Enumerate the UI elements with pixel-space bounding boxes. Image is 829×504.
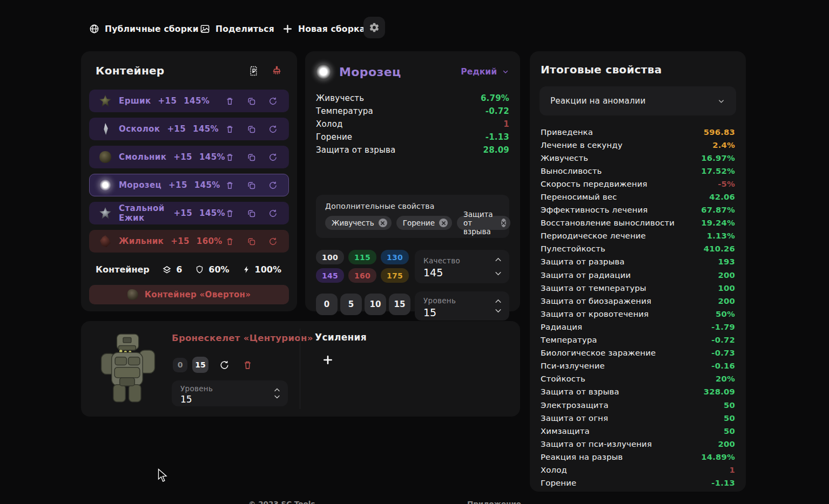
artifact-name: Ершик [119, 96, 151, 106]
delete-item-icon[interactable] [225, 209, 234, 218]
quality-option-button[interactable]: 175 [381, 268, 409, 283]
totals-stat-label: Реакция на разрыв [541, 452, 623, 461]
totals-stat-label: Защита от радиации [541, 270, 631, 280]
delete-item-icon[interactable] [225, 237, 234, 246]
level-option-button[interactable]: 5 [340, 294, 362, 315]
artifact-icon [99, 235, 111, 247]
totals-stat-row: Периодическое лечение 1.13% [541, 229, 735, 242]
chevron-down-icon[interactable] [495, 308, 502, 314]
public-builds-button[interactable]: Публичные сборки [89, 24, 199, 34]
armor-level-button[interactable]: 0 [173, 358, 187, 372]
level-spinner[interactable]: Уровень 15 [415, 291, 509, 321]
totals-stat-label: Химзащита [541, 426, 590, 435]
totals-stat-value: -5% [718, 179, 735, 188]
footer-copyright: © 2023 SC Tools [248, 500, 315, 504]
quality-spinner[interactable]: Качество 145 [415, 250, 509, 283]
chevron-up-icon[interactable] [495, 298, 502, 304]
reroll-item-icon[interactable] [268, 181, 278, 190]
quality-option-button[interactable]: 160 [348, 268, 376, 283]
stat-value: 1 [503, 119, 509, 129]
totals-stat-label: Биологическое заражение [541, 348, 656, 357]
delete-item-icon[interactable] [225, 97, 234, 106]
level-option-button[interactable]: 15 [389, 294, 410, 315]
totals-panel: Итоговые свойства Реакции на аномалии Пр… [530, 51, 746, 492]
rarity-dropdown[interactable]: Редкий [461, 67, 509, 77]
armor-level-controls: 0 15 [173, 357, 253, 373]
public-builds-label: Публичные сборки [105, 24, 199, 34]
chevron-up-icon[interactable] [495, 257, 502, 262]
duplicate-item-icon[interactable] [247, 153, 256, 162]
totals-stat-value: 50 [724, 413, 735, 423]
item-stats-list: Живучесть 6.79% Температура -0.72 Холод … [316, 92, 509, 156]
container-item-row[interactable]: Жильник +15 160% [89, 230, 289, 253]
anomaly-reactions-dropdown[interactable]: Реакции на аномалии [540, 86, 736, 115]
armor-level-spinner[interactable]: Уровень 15 [172, 380, 288, 406]
new-build-button[interactable]: Новая сборка [282, 24, 365, 34]
reroll-item-icon[interactable] [268, 209, 278, 218]
reroll-item-icon[interactable] [268, 97, 278, 106]
duplicate-item-icon[interactable] [247, 237, 256, 246]
totals-stat-row: Скорость передвижения -5% [541, 177, 735, 190]
protection-stat: 60% [195, 264, 229, 275]
item-detail-panel: Морозец Редкий Живучесть 6.79% Температу… [305, 51, 520, 311]
duplicate-item-icon[interactable] [247, 125, 256, 134]
remove-tag-button[interactable] [501, 219, 506, 227]
armor-reroll-icon[interactable] [219, 360, 230, 370]
container-title: Контейнер [96, 64, 164, 77]
level-option-button[interactable]: 10 [365, 294, 386, 315]
clear-all-broom-icon[interactable] [271, 65, 282, 77]
remove-tag-button[interactable] [439, 219, 448, 227]
totals-stat-row: Защита от кровотечения 50% [541, 307, 735, 320]
quality-options: 100 115 130 145 160 175 [316, 250, 409, 283]
artifact-quality: 145% [184, 96, 210, 106]
chevron-down-icon [717, 97, 725, 105]
reroll-item-icon[interactable] [268, 153, 278, 162]
quality-option-button[interactable]: 100 [316, 250, 344, 264]
artifact-name: Смольник [119, 152, 166, 162]
container-item-row[interactable]: Морозец +15 145% [89, 174, 289, 196]
settings-button[interactable] [363, 17, 385, 38]
chevron-down-icon[interactable] [274, 394, 280, 399]
quality-option-button[interactable]: 145 [316, 268, 344, 283]
property-tag: Защита от взрыва [457, 216, 510, 230]
container-overton-button[interactable]: Контейнер «Овертон» [89, 285, 289, 304]
duplicate-item-icon[interactable] [247, 97, 256, 106]
delete-item-icon[interactable] [225, 125, 234, 134]
delete-item-icon[interactable] [225, 181, 234, 190]
stat-value: 6.79% [481, 93, 509, 103]
level-option-button[interactable]: 0 [316, 294, 338, 315]
container-item-row[interactable]: Осколок +15 145% [89, 118, 289, 140]
level-spinner-label: Уровень [423, 296, 501, 305]
totals-stat-label: Холод [541, 465, 567, 474]
item-stat-row: Горение -1.13 [316, 131, 509, 144]
chevron-down-icon[interactable] [495, 271, 502, 276]
armor-delete-icon[interactable] [242, 360, 253, 370]
container-item-row[interactable]: Ершик +15 145% [89, 90, 289, 112]
totals-stat-row: Химзащита 50 [541, 424, 735, 437]
container-item-list: Ершик +15 145% Осколок [89, 90, 289, 253]
totals-stat-value: -1.79 [711, 322, 735, 331]
quality-option-button[interactable]: 115 [348, 250, 376, 264]
reroll-item-icon[interactable] [268, 237, 278, 246]
share-button[interactable]: Поделиться [200, 24, 274, 34]
totals-stat-row: Восстановление выносливости 19.24% [541, 216, 735, 229]
duplicate-item-icon[interactable] [247, 209, 256, 218]
price-tag-icon[interactable] [248, 65, 259, 77]
totals-stat-label: Электрозащита [541, 400, 609, 410]
remove-tag-button[interactable] [379, 219, 387, 227]
artifact-name: Жильник [119, 236, 164, 246]
reroll-item-icon[interactable] [268, 125, 278, 134]
artifact-level: +15 [173, 208, 192, 218]
artifact-level: +15 [158, 96, 177, 106]
container-overton-label: Контейнер «Овертон» [145, 290, 251, 299]
quality-option-button[interactable]: 130 [381, 250, 409, 264]
totals-stat-row: Защита от радиации 200 [541, 268, 735, 281]
totals-stat-label: Пси-излучение [541, 361, 605, 370]
delete-item-icon[interactable] [225, 153, 234, 162]
add-boost-button[interactable] [322, 355, 333, 365]
container-item-row[interactable]: Стальной Ежик +15 145% [89, 202, 289, 224]
container-item-row[interactable]: Смольник +15 145% [89, 146, 289, 168]
duplicate-item-icon[interactable] [247, 181, 256, 190]
armor-level-button[interactable]: 15 [192, 357, 208, 373]
chevron-up-icon[interactable] [274, 387, 280, 392]
